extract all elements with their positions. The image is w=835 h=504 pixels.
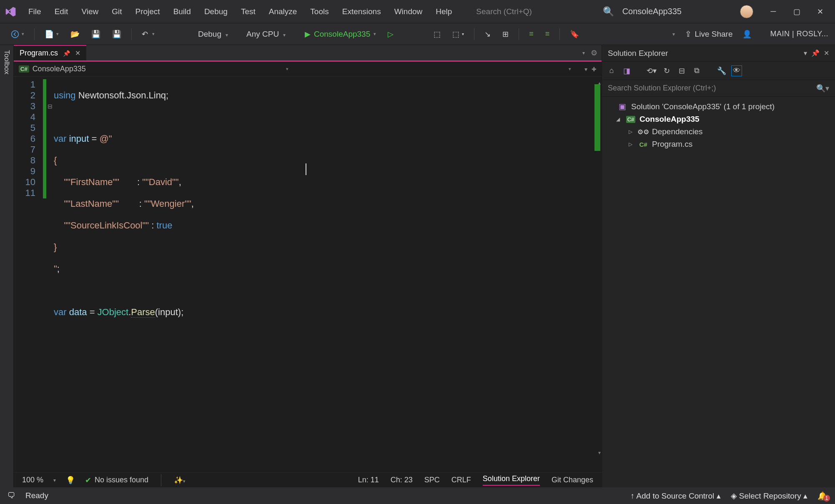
panel-tab-solution-explorer[interactable]: Solution Explorer [483,474,540,486]
indent-more-icon[interactable]: ≡ [541,27,554,41]
indent-less-icon[interactable]: ≡ [525,27,538,41]
indent-mode[interactable]: SPC [424,476,440,484]
tree-file-program[interactable]: ▷ C# Program.cs [602,138,835,150]
menu-extensions[interactable]: Extensions [336,3,388,20]
status-bar: 🗨 Ready ↑ Add to Source Control ▴ ◈ Sele… [0,487,835,504]
global-search-input[interactable]: Search (Ctrl+Q) [471,5,537,18]
notifications-icon[interactable]: 🔔1 [817,491,827,501]
solution-search-input[interactable]: Search Solution Explorer (Ctrl+;) 🔍▾ [602,80,835,97]
tab-dropdown-icon[interactable]: ▾ [582,50,585,56]
tab-label: Program.cs [20,49,58,58]
nav-overflow-icon[interactable]: ▾ [584,66,587,73]
run-target-label: ConsoleApp335 [314,30,370,39]
menu-debug[interactable]: Debug [198,3,234,20]
expand-icon[interactable]: ▷ [629,129,634,135]
start-debug-button[interactable]: ▶ ConsoleApp335 ▾ [301,30,380,39]
code-editor[interactable]: 1234567891011 ⊟ using Newtonsoft.Json.Li… [14,77,602,472]
text-cursor [306,163,306,175]
step-icon[interactable]: ↘ [480,27,495,41]
show-all-icon[interactable]: ⧉ [691,65,702,76]
save-button[interactable]: 💾 [87,27,105,41]
platform-dropdown[interactable]: Any CPU [239,27,297,41]
add-source-control[interactable]: ↑ Add to Source Control ▴ [631,491,721,501]
nav-back-button[interactable]: ▾ [7,28,28,41]
fold-column[interactable]: ⊟ [46,77,54,472]
new-item-button[interactable]: 📄▾ [40,27,63,41]
tree-project[interactable]: ◢ C# ConsoleApp335 [602,113,835,125]
open-button[interactable]: 📂 [66,27,84,41]
tab-settings-icon[interactable]: ⚙ [591,48,597,58]
maximize-button[interactable]: ▢ [785,3,808,20]
bookmark-icon[interactable]: 🔖 [566,27,583,41]
feedback-icon[interactable]: 👤 [738,27,756,41]
toolbar-overflow[interactable]: ▾ [668,29,679,40]
menu-edit[interactable]: Edit [48,3,75,20]
vs-logo-icon[interactable] [3,4,18,19]
document-tabs: Program.cs 📌 ✕ ▾ ⚙ [14,45,602,62]
menu-view[interactable]: View [75,3,105,20]
refresh-icon[interactable]: ↻ [661,65,672,76]
stack-icon[interactable]: ⊞ [498,27,513,41]
panel-pin-icon[interactable]: 📌 [811,49,820,57]
menu-tools[interactable]: Tools [303,3,335,20]
line-col-ln[interactable]: Ln: 11 [358,476,379,484]
overview-ruler[interactable]: ▴ ▾ [593,77,602,472]
undo-button[interactable]: ↶▾ [138,27,159,41]
collapse-icon[interactable]: ⊟ [676,65,687,76]
panel-close-icon[interactable]: ✕ [824,49,829,57]
brush-icon[interactable]: ✨▾ [174,476,186,485]
issues-indicator[interactable]: ✔ No issues found [85,476,148,485]
menu-git[interactable]: Git [105,3,128,20]
csharp-badge-icon: C# [19,65,29,73]
home-icon[interactable]: ⌂ [606,65,617,76]
tree-dependencies[interactable]: ▷ ⚙⚙ Dependencies [602,125,835,138]
tb-icon-1[interactable]: ⬚ [429,27,445,41]
search-icon[interactable]: 🔍▾ [816,84,829,93]
select-repository[interactable]: ◈ Select Repository ▴ [731,491,807,501]
pin-icon[interactable]: 📌 [63,50,70,57]
start-nodebug-button[interactable]: ▷ [384,27,398,41]
output-icon[interactable]: 🗨 [8,491,15,500]
dependencies-icon: ⚙⚙ [639,128,648,136]
line-col-ch[interactable]: Ch: 23 [391,476,413,484]
sync-icon[interactable]: ⟲▾ [646,65,657,76]
lightbulb-icon[interactable]: 💡 [66,476,75,485]
preview-icon[interactable]: 👁 [731,65,742,76]
menu-window[interactable]: Window [388,3,429,20]
menu-build[interactable]: Build [167,3,198,20]
live-share-button[interactable]: ⇪ Live Share [685,29,733,39]
toolbox-tab[interactable]: Toolbox [0,45,14,487]
save-all-button[interactable]: 💾 [108,27,125,41]
menu-file[interactable]: File [22,3,48,20]
line-ending[interactable]: CRLF [451,476,471,484]
tab-program-cs[interactable]: Program.cs 📌 ✕ [14,45,86,60]
branch-indicator[interactable]: MAIN | ROSLY... [770,30,828,38]
menu-analyze[interactable]: Analyze [262,3,304,20]
editor-status-bar: 100 % ▾ 💡 ✔ No issues found ✨▾ Ln: 11 Ch… [14,472,602,487]
csharp-file-icon: C# [639,141,648,148]
menu-test[interactable]: Test [234,3,262,20]
nav-project-dropdown[interactable]: C# ConsoleApp335 [19,65,297,73]
tab-close-icon[interactable]: ✕ [75,49,80,57]
tb-icon-2[interactable]: ⬚▾ [448,27,468,41]
nav-split-icon[interactable]: ✚ [592,66,597,73]
close-button[interactable]: ✕ [808,3,832,20]
menu-help[interactable]: Help [429,3,459,20]
nav-type-dropdown[interactable] [302,66,580,72]
panel-tab-git-changes[interactable]: Git Changes [552,476,593,484]
search-icon[interactable]: 🔍 [603,6,614,17]
code-content[interactable]: using Newtonsoft.Json.Linq; var input = … [54,77,593,472]
minimize-button[interactable]: ─ [762,3,785,20]
expand-icon[interactable]: ◢ [616,116,622,122]
panel-dropdown-icon[interactable]: ▾ [804,49,807,57]
expand-icon[interactable]: ▷ [629,141,634,147]
navigation-bar: C# ConsoleApp335 ▾ ✚ [14,62,602,77]
switch-view-icon[interactable]: ◨ [621,65,632,76]
config-dropdown[interactable]: Debug [191,27,236,41]
user-avatar[interactable] [740,5,753,18]
properties-icon[interactable]: 🔧 [716,65,727,76]
tree-solution-root[interactable]: ▣ Solution 'ConsoleApp335' (1 of 1 proje… [602,100,835,113]
menu-project[interactable]: Project [129,3,167,20]
app-title: ConsoleApp335 [622,7,682,16]
zoom-level[interactable]: 100 % [22,476,43,484]
